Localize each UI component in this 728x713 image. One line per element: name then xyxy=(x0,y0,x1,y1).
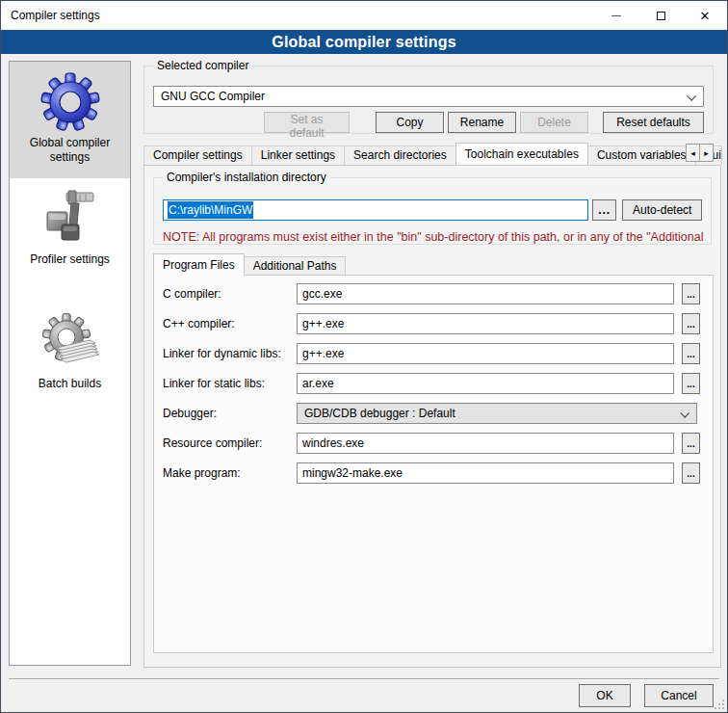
field-label: Linker for static libs: xyxy=(163,377,265,390)
compiler-select-value: GNU GCC Compiler xyxy=(161,90,265,103)
chevron-down-icon xyxy=(680,409,689,418)
set-as-default-button[interactable]: Set as default xyxy=(264,112,350,133)
field-label: Debugger: xyxy=(163,407,217,420)
compiler-settings-dialog: Compiler settings ✕ Global compiler sett… xyxy=(0,0,728,713)
sidebar-item-label: Global compiler settings xyxy=(10,132,130,165)
group-label: Selected compiler xyxy=(153,59,252,72)
sidebar-item-label: Batch builds xyxy=(37,373,103,391)
close-button[interactable]: ✕ xyxy=(683,1,727,30)
tab-linker-settings[interactable]: Linker settings xyxy=(251,145,345,165)
c-compiler-input[interactable] xyxy=(297,283,674,304)
debugger-select-value: GDB/CDB debugger : Default xyxy=(304,407,455,420)
field-label: Make program: xyxy=(163,466,241,480)
installation-directory-input[interactable]: C:\raylib\MinGW xyxy=(163,199,588,221)
group-label: Compiler's installation directory xyxy=(163,171,330,184)
gray-gear-stack-icon xyxy=(39,311,101,373)
linker-static-input[interactable] xyxy=(297,373,674,394)
program-files-tabstrip: Program Files Additional Paths xyxy=(153,254,714,276)
c-compiler-row: C compiler: ... xyxy=(154,283,713,304)
browse-directory-button[interactable]: ... xyxy=(592,199,617,221)
arrow-left-icon: ◂ xyxy=(690,148,695,158)
installation-directory-group: Compiler's installation directory C:\ray… xyxy=(153,177,712,245)
close-icon: ✕ xyxy=(700,10,711,22)
arrow-right-icon: ▸ xyxy=(704,148,709,158)
dialog-body: Global compiler settings xyxy=(1,54,727,712)
reset-defaults-button[interactable]: Reset defaults xyxy=(603,112,704,133)
copy-button[interactable]: Copy xyxy=(376,112,444,133)
make-program-row: Make program: ... xyxy=(154,462,713,484)
make-program-input[interactable] xyxy=(297,462,674,484)
resource-compiler-browse-button[interactable]: ... xyxy=(682,433,700,454)
tab-compiler-settings[interactable]: Compiler settings xyxy=(143,145,252,165)
ok-button[interactable]: OK xyxy=(579,684,631,707)
linker-static-row: Linker for static libs: ... xyxy=(154,373,713,394)
tab-custom-variables[interactable]: Custom variables xyxy=(587,145,696,165)
linker-dynamic-browse-button[interactable]: ... xyxy=(682,343,700,364)
delete-button[interactable]: Delete xyxy=(520,112,588,133)
tab-scroll-arrows: ◂ ▸ xyxy=(687,144,714,162)
program-files-panel: C compiler: ... C++ compiler: ... Linker… xyxy=(153,275,714,653)
installation-note: NOTE: All programs must exist either in … xyxy=(163,230,710,244)
window-title: Compiler settings xyxy=(1,9,594,22)
tab-toolchain-executables[interactable]: Toolchain executables xyxy=(455,143,588,165)
caliper-icon xyxy=(39,187,101,249)
compiler-select[interactable]: GNU GCC Compiler xyxy=(153,86,704,107)
tab-scroll-left-button[interactable]: ◂ xyxy=(686,144,700,162)
settings-category-list: Global compiler settings xyxy=(9,61,131,666)
auto-detect-button[interactable]: Auto-detect xyxy=(622,199,702,221)
minimize-button[interactable] xyxy=(594,1,638,30)
toolchain-executables-panel: Compiler's installation directory C:\ray… xyxy=(143,165,721,668)
debugger-row: Debugger: GDB/CDB debugger : Default xyxy=(154,403,713,424)
linker-dynamic-row: Linker for dynamic libs: ... xyxy=(154,343,713,364)
sidebar-item-label: Profiler settings xyxy=(28,249,112,267)
maximize-button[interactable] xyxy=(638,1,683,30)
rename-button[interactable]: Rename xyxy=(448,112,516,133)
resize-grip[interactable] xyxy=(713,698,725,710)
selected-compiler-group: Selected compiler GNU GCC Compiler Set a… xyxy=(143,66,714,134)
selected-text: C:\raylib\MinGW xyxy=(168,201,253,219)
tab-program-files[interactable]: Program Files xyxy=(153,253,245,276)
installation-directory-row: C:\raylib\MinGW ... Auto-detect xyxy=(163,199,702,221)
minimize-icon xyxy=(611,15,621,16)
field-label: Resource compiler: xyxy=(163,436,262,450)
resource-compiler-row: Resource compiler: ... xyxy=(154,433,713,454)
sidebar-item-profiler-settings[interactable]: Profiler settings xyxy=(10,178,130,296)
tab-search-directories[interactable]: Search directories xyxy=(344,145,456,165)
cpp-compiler-input[interactable] xyxy=(297,313,674,334)
make-program-browse-button[interactable]: ... xyxy=(682,462,700,484)
compiler-actions: Set as default Copy Rename Delete Reset … xyxy=(144,112,704,133)
dialog-banner: Global compiler settings xyxy=(1,30,727,54)
cpp-compiler-row: C++ compiler: ... xyxy=(154,313,713,334)
linker-static-browse-button[interactable]: ... xyxy=(682,373,700,394)
sidebar-item-batch-builds[interactable]: Batch builds xyxy=(10,296,130,421)
blue-gear-icon xyxy=(39,70,101,132)
tab-additional-paths[interactable]: Additional Paths xyxy=(244,256,347,276)
maximize-icon xyxy=(657,12,665,20)
c-compiler-browse-button[interactable]: ... xyxy=(682,283,700,304)
title-bar: Compiler settings ✕ xyxy=(1,1,727,30)
chevron-down-icon xyxy=(687,92,696,101)
footer-divider xyxy=(9,678,719,680)
field-label: C compiler: xyxy=(163,287,221,301)
field-label: Linker for dynamic libs: xyxy=(163,347,281,360)
settings-tabstrip: Compiler settings Linker settings Search… xyxy=(143,143,721,165)
linker-dynamic-input[interactable] xyxy=(297,343,674,364)
field-label: C++ compiler: xyxy=(163,317,235,330)
resource-compiler-input[interactable] xyxy=(297,433,674,454)
sidebar-item-global-compiler-settings[interactable]: Global compiler settings xyxy=(10,62,130,178)
debugger-select[interactable]: GDB/CDB debugger : Default xyxy=(297,403,697,424)
cpp-compiler-browse-button[interactable]: ... xyxy=(682,313,700,334)
tab-scroll-right-button[interactable]: ▸ xyxy=(699,144,714,162)
banner-title: Global compiler settings xyxy=(272,34,456,51)
cancel-button[interactable]: Cancel xyxy=(644,684,714,707)
